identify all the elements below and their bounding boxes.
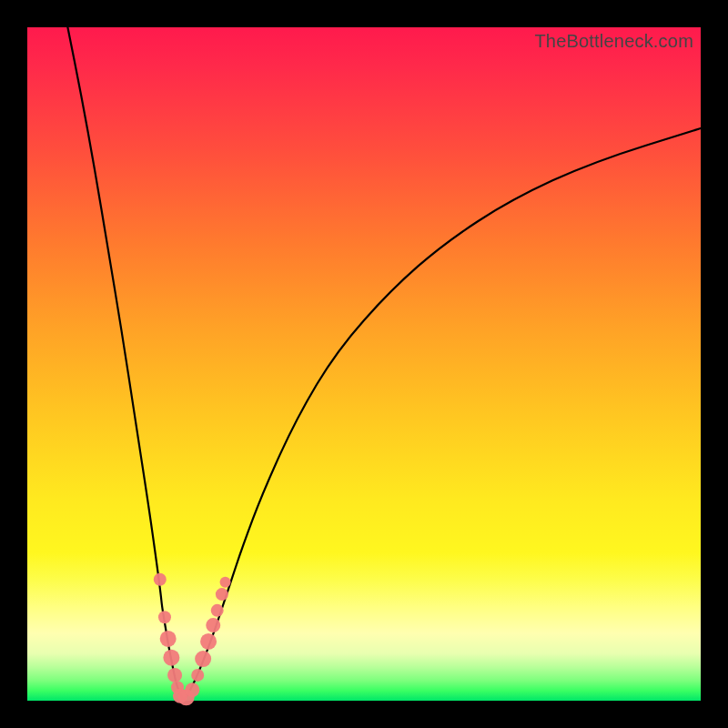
marker-right-dot-7 bbox=[220, 577, 231, 588]
marker-right-dot-4 bbox=[206, 618, 220, 632]
marker-left-dot-4 bbox=[163, 650, 179, 666]
marker-left-dot-5 bbox=[167, 668, 182, 682]
curve-left-branch bbox=[67, 27, 183, 701]
marker-bottom-dot-3 bbox=[185, 682, 199, 697]
marker-right-dot-5 bbox=[211, 604, 224, 617]
marker-left-dot-1 bbox=[154, 573, 167, 586]
curve-layer bbox=[27, 27, 701, 701]
chart-frame: TheBottleneck.com bbox=[0, 0, 728, 728]
plot-area: TheBottleneck.com bbox=[27, 27, 701, 701]
curve-right-branch bbox=[184, 128, 701, 701]
marker-right-dot-3 bbox=[200, 633, 217, 650]
marker-left-dot-2 bbox=[158, 611, 171, 623]
marker-right-dot-1 bbox=[191, 669, 204, 682]
marker-right-dot-2 bbox=[195, 651, 211, 667]
marker-left-dot-3 bbox=[160, 631, 177, 647]
marker-right-dot-6 bbox=[216, 588, 228, 601]
